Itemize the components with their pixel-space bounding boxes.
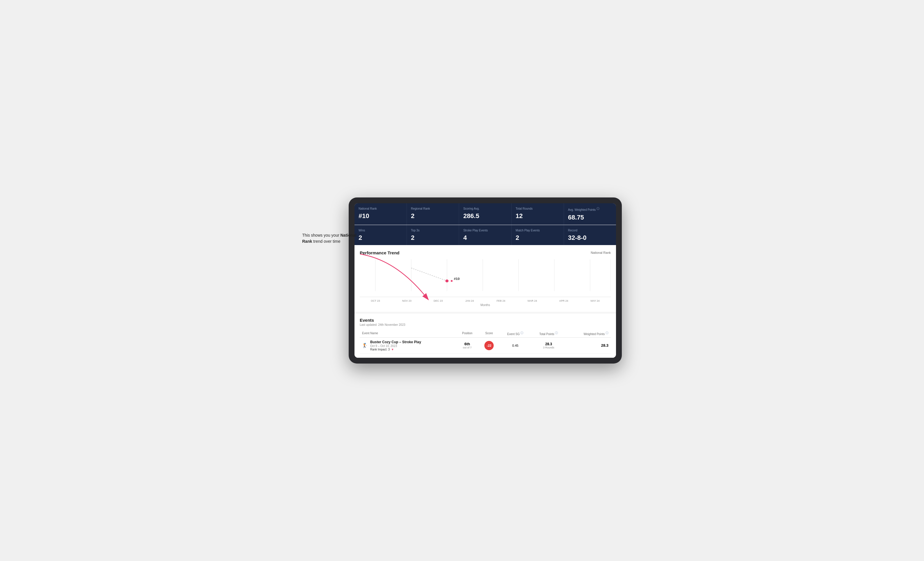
event-icon: 🏌 [362,343,368,348]
col-event-name: Event Name [360,329,456,338]
month-feb24: FEB 24 [485,299,517,302]
stat-stroke-play: Stroke Play Events 4 [459,225,511,245]
chart-svg: #10 [360,259,611,297]
stat-value-total-rounds: 12 [516,212,560,220]
month-apr24: APR 24 [548,299,579,302]
month-oct23: OCT 23 [360,299,391,302]
events-title: Events [360,318,611,323]
stat-scoring-avg: Scoring Avg. 286.5 [459,203,511,224]
stat-value-record: 32-8-0 [568,234,612,242]
performance-right-label: National Rank [591,251,611,254]
event-sg-cell: 0.45 [500,337,531,353]
annotation-after: trend over time [312,239,340,244]
stat-top3s: Top 3s 2 [407,225,459,245]
month-mar24: MAR 24 [517,299,548,302]
events-section: Events Last updated: 24th November 2023 … [354,312,616,358]
event-score-cell: -22 [478,337,500,353]
stat-value-wins: 2 [358,234,402,242]
outer-wrapper: This shows you your National Rank trend … [302,197,622,364]
event-position-cell: 6th out of 7 [456,337,478,353]
stat-value-national-rank: #10 [358,212,402,220]
stat-regional-rank: Regional Rank 2 [407,203,459,224]
event-weighted-value: 28.3 [601,343,609,347]
stat-label-wins: Wins [358,229,402,232]
stats-grid-row2: Wins 2 Top 3s 2 Stroke Play Events 4 Mat… [354,225,616,245]
stat-match-play: Match Play Events 2 [512,225,564,245]
event-name-container: 🏌 Buster Cozy Cup – Stroke Play Oct 9 – … [362,340,454,351]
svg-point-9 [446,279,448,282]
events-header-row: Event Name Position Score Event SG ⓘ Tot… [360,329,611,338]
event-total-points-value: 28.3 [533,342,564,346]
table-row: 🏌 Buster Cozy Cup – Stroke Play Oct 9 – … [360,337,611,353]
stat-label-record: Record [568,229,612,232]
stat-national-rank: National Rank #10 [354,203,406,224]
stat-value-avg-weighted: 68.75 [568,214,612,221]
events-last-updated: Last updated: 24th November 2023 [360,323,611,326]
stat-label-avg-weighted: Avg. Weighted Points ⓘ [568,207,612,212]
events-table-header: Event Name Position Score Event SG ⓘ Tot… [360,329,611,338]
info-icon-weighted-points[interactable]: ⓘ [606,331,609,335]
info-icon-event-sg[interactable]: ⓘ [520,331,523,335]
events-table-body: 🏌 Buster Cozy Cup – Stroke Play Oct 9 – … [360,337,611,353]
event-rank-impact: Rank Impact: 3 ▼ [370,348,421,351]
svg-text:#10: #10 [454,277,460,280]
stat-value-top3s: 2 [411,234,455,242]
stat-total-rounds: Total Rounds 12 [512,203,564,224]
stat-label-scoring-avg: Scoring Avg. [463,207,507,211]
events-table: Event Name Position Score Event SG ⓘ Tot… [360,329,611,354]
month-dec23: DEC 23 [423,299,454,302]
month-may24: MAY 24 [579,299,611,302]
stat-label-regional-rank: Regional Rank [411,207,455,211]
event-name-cell: 🏌 Buster Cozy Cup – Stroke Play Oct 9 – … [360,337,456,353]
col-event-sg: Event SG ⓘ [500,329,531,338]
month-jan24: JAN 24 [454,299,485,302]
stats-grid-row1: National Rank #10 Regional Rank 2 Scorin… [354,203,616,224]
info-icon-total-points[interactable]: ⓘ [555,331,558,335]
tablet-frame: National Rank #10 Regional Rank 2 Scorin… [349,197,622,364]
stat-label-match-play: Match Play Events [516,229,560,232]
stat-avg-weighted: Avg. Weighted Points ⓘ 68.75 [564,203,616,224]
event-total-points-cell: 28.3 3 Rounds [531,337,566,353]
event-position-sub: out of 7 [458,346,476,349]
col-weighted-points: Weighted Points ⓘ [566,329,611,338]
stat-value-regional-rank: 2 [411,212,455,220]
stat-wins: Wins 2 [354,225,406,245]
performance-section: Performance Trend National Rank [354,245,616,312]
col-total-points: Total Points ⓘ [531,329,566,338]
month-nov23: NOV 23 [391,299,423,302]
info-icon-avg-weighted[interactable]: ⓘ [597,207,600,210]
event-score-badge: -22 [484,341,494,350]
chart-months: OCT 23 NOV 23 DEC 23 JAN 24 FEB 24 MAR 2… [360,298,611,303]
stat-label-top3s: Top 3s [411,229,455,232]
stat-value-stroke-play: 4 [463,234,507,242]
stat-value-match-play: 2 [516,234,560,242]
svg-point-11 [451,280,452,282]
event-info: Buster Cozy Cup – Stroke Play Oct 9 – Oc… [370,340,421,351]
performance-header: Performance Trend National Rank [360,250,611,255]
performance-title: Performance Trend [360,250,399,255]
event-weighted-points-cell: 28.3 [566,337,611,353]
event-position-value: 6th [458,342,476,346]
stat-label-total-rounds: Total Rounds [516,207,560,211]
stat-label-national-rank: National Rank [358,207,402,211]
stat-value-scoring-avg: 286.5 [463,212,507,220]
chart-axis-label: Months [360,304,611,307]
annotation-before: This shows you your [302,233,340,238]
event-date: Oct 9 – Oct 10, 2023 [370,344,421,347]
annotation-text: This shows you your National Rank trend … [302,232,360,244]
col-score: Score [478,329,500,338]
stat-record: Record 32-8-0 [564,225,616,245]
event-title: Buster Cozy Cup – Stroke Play [370,340,421,344]
tablet-screen: National Rank #10 Regional Rank 2 Scorin… [354,203,616,358]
event-total-rounds: 3 Rounds [533,346,564,349]
col-position: Position [456,329,478,338]
performance-chart: #10 [360,259,611,297]
stat-label-stroke-play: Stroke Play Events [463,229,507,232]
rank-impact-arrow: ▼ [391,348,394,351]
